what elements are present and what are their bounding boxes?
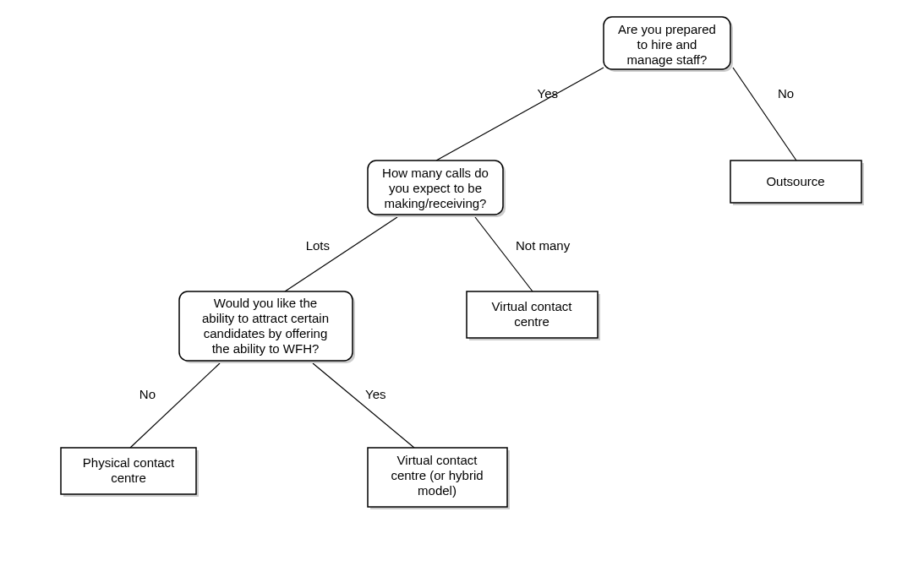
edge-q1-yes <box>436 68 604 161</box>
node-outsource: Outsource <box>730 161 864 205</box>
edge-q1-no <box>733 68 796 161</box>
node-hybrid-line1: Virtual contact <box>397 453 478 467</box>
node-hybrid-line3: model) <box>418 483 457 498</box>
node-q1-line1: Are you prepared <box>618 22 716 36</box>
node-q1-line2: to hire and <box>637 37 697 52</box>
decision-tree-diagram: Yes No Lots Not many No Yes Are you prep… <box>0 0 924 566</box>
node-q3-line2: ability to attract certain <box>202 311 329 325</box>
node-q1: Are you prepared to hire and manage staf… <box>604 17 733 72</box>
node-virtual: Virtual contact centre <box>467 291 600 340</box>
node-physical: Physical contact centre <box>61 448 199 497</box>
edge-q3-no <box>130 363 220 448</box>
node-hybrid: Virtual contact centre (or hybrid model) <box>368 448 510 509</box>
node-virtual-line2: centre <box>514 314 549 329</box>
node-hybrid-line2: centre (or hybrid <box>391 468 483 482</box>
node-q3: Would you like the ability to attract ce… <box>179 291 355 363</box>
node-q3-line1: Would you like the <box>214 296 317 310</box>
node-virtual-line1: Virtual contact <box>492 299 573 313</box>
edge-label-q3-yes: Yes <box>365 387 385 401</box>
edge-label-q1-no: No <box>778 86 794 101</box>
edge-q3-yes <box>313 363 414 448</box>
node-q2: How many calls do you expect to be makin… <box>368 161 506 217</box>
node-q1-line3: manage staff? <box>627 52 708 67</box>
node-q2-line2: you expect to be <box>389 181 482 195</box>
edge-label-q1-yes: Yes <box>538 86 558 101</box>
edge-label-q2-notmany: Not many <box>516 238 571 253</box>
node-q2-line3: making/receiving? <box>385 196 487 210</box>
node-q2-line1: How many calls do <box>382 166 489 180</box>
node-physical-line1: Physical contact <box>83 455 175 470</box>
node-physical-line2: centre <box>111 471 146 485</box>
node-q3-line4: the ability to WFH? <box>212 341 320 356</box>
node-outsource-line1: Outsource <box>766 174 824 188</box>
node-q3-line3: candidates by offering <box>204 326 328 340</box>
edge-label-q3-no: No <box>139 387 156 401</box>
edge-q2-notmany <box>475 217 533 291</box>
edge-label-q2-lots: Lots <box>306 238 330 253</box>
edge-q2-lots <box>285 217 397 291</box>
